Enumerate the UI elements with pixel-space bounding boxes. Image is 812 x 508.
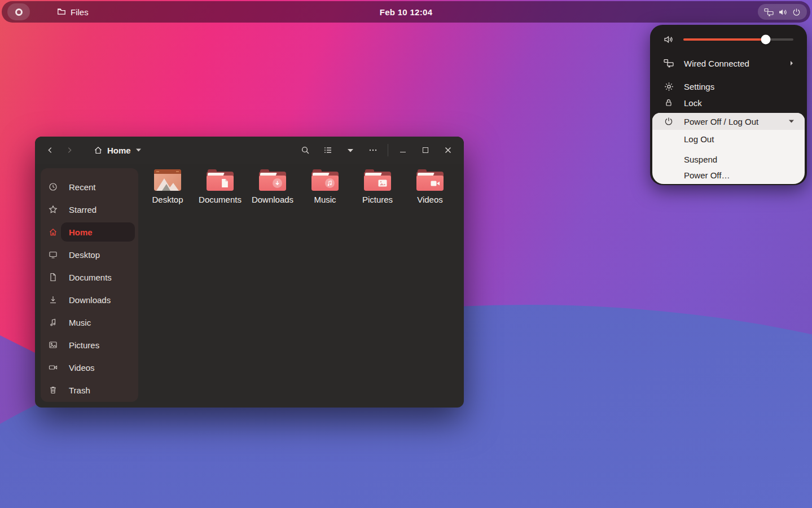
submenu-item-label: Power Off…: [684, 170, 730, 180]
video-emblem-icon: [430, 178, 440, 188]
sidebar-item-music[interactable]: Music: [41, 311, 138, 334]
menu-item-label: Lock: [684, 98, 702, 108]
volume-icon: [778, 8, 788, 16]
music-note-icon: [49, 318, 58, 327]
sidebar-item-label: Desktop: [69, 250, 100, 260]
maximize-button[interactable]: [414, 141, 437, 160]
lock-icon: [664, 98, 674, 107]
location-dropdown[interactable]: Home: [94, 146, 142, 155]
headerbar-separator: [388, 144, 388, 156]
image-icon: [49, 340, 58, 349]
menu-item-wired[interactable]: Wired Connected: [650, 55, 807, 71]
sidebar-item-starred[interactable]: Starred: [41, 198, 138, 221]
sidebar-item-desktop[interactable]: Desktop: [41, 243, 138, 266]
chevron-down-icon: [135, 148, 142, 152]
sidebar-item-home[interactable]: Home: [41, 221, 138, 243]
desktop-icon-dot: [156, 171, 159, 172]
files-window: Home: [35, 137, 464, 408]
desktop-icon-dot: [176, 171, 179, 172]
location-label: Home: [107, 146, 131, 155]
menu-item-settings[interactable]: Settings: [650, 78, 807, 94]
submenu-item-log-out[interactable]: Log Out: [652, 131, 805, 147]
sidebar-item-label: Home: [69, 227, 93, 237]
sidebar-item-trash[interactable]: Trash: [41, 379, 138, 401]
app-menu-label: Files: [71, 7, 89, 17]
folder-item-documents[interactable]: Documents: [194, 169, 246, 204]
desktop-icon-screen: [154, 174, 181, 191]
speaker-icon: [664, 35, 674, 44]
folder-item-videos[interactable]: Videos: [404, 169, 456, 204]
system-tray[interactable]: [758, 4, 807, 20]
folder-label: Videos: [417, 195, 443, 204]
headerbar: Home: [35, 137, 464, 164]
power-icon: [792, 8, 801, 16]
folder-item-downloads[interactable]: Downloads: [247, 169, 299, 204]
headerbar-actions: [294, 141, 459, 160]
trash-icon: [49, 386, 58, 395]
folder-grid: Desktop Documents: [142, 169, 456, 204]
documents-folder-icon: [207, 169, 234, 191]
close-button[interactable]: [437, 141, 459, 160]
sidebar-item-videos[interactable]: Videos: [41, 356, 138, 379]
document-emblem-icon: [220, 178, 230, 188]
sidebar-item-downloads[interactable]: Downloads: [41, 288, 138, 311]
workspace-dot-icon: [15, 8, 23, 16]
system-menu: Wired Connected Settings Lock Power Of: [650, 25, 807, 185]
sidebar-item-pictures[interactable]: Pictures: [41, 334, 138, 356]
volume-slider-knob[interactable]: [761, 35, 771, 45]
power-icon: [664, 117, 674, 126]
view-options-button[interactable]: [339, 141, 362, 160]
main-menu-button[interactable]: [362, 141, 384, 160]
app-menu-files[interactable]: Files: [57, 7, 89, 17]
power-submenu-panel: Power Off / Log Out Log Out Suspend Powe…: [652, 113, 805, 184]
network-wired-icon: [664, 59, 674, 68]
forward-button[interactable]: [60, 141, 79, 160]
folder-item-music[interactable]: Music: [299, 169, 351, 204]
submenu-item-label: Suspend: [684, 155, 717, 164]
back-button[interactable]: [41, 141, 60, 160]
folder-item-pictures[interactable]: Pictures: [352, 169, 403, 204]
top-bar: Files Feb 10 12:04: [2, 1, 810, 23]
network-wired-icon: [764, 8, 774, 16]
sidebar-item-label: Pictures: [69, 340, 99, 350]
downloads-folder-icon: [259, 169, 286, 191]
sidebar-item-label: Downloads: [69, 295, 111, 305]
list-view-button[interactable]: [317, 141, 339, 160]
volume-slider[interactable]: [683, 38, 793, 41]
sidebar-item-label: Starred: [69, 205, 96, 214]
sidebar-item-label: Trash: [69, 386, 90, 395]
sidebar-item-label: Videos: [69, 363, 95, 373]
menu-item-label: Settings: [684, 82, 714, 91]
folder-label: Downloads: [252, 195, 293, 204]
sidebar: Recent Starred Home Desktop: [41, 168, 138, 402]
download-icon: [49, 295, 58, 304]
sidebar-item-label: Music: [69, 318, 91, 327]
chevron-right-icon: [789, 60, 795, 66]
folder-item-desktop[interactable]: Desktop: [142, 169, 194, 204]
chevron-down-icon: [788, 119, 795, 124]
picture-emblem-icon: [378, 178, 387, 188]
desktop-icon-titlebar: [154, 169, 181, 174]
minimize-icon: [400, 152, 406, 153]
folder-label: Music: [314, 195, 336, 204]
menu-item-power-off-log-out[interactable]: Power Off / Log Out: [652, 113, 805, 130]
volume-slider-fill: [683, 38, 766, 41]
search-button[interactable]: [294, 141, 317, 160]
sidebar-item-recent[interactable]: Recent: [41, 176, 138, 198]
pictures-folder-icon: [364, 169, 391, 191]
clock[interactable]: Feb 10 12:04: [380, 7, 433, 17]
music-folder-icon: [311, 169, 339, 191]
minimize-button[interactable]: [392, 141, 414, 160]
submenu-item-suspend[interactable]: Suspend: [652, 151, 805, 167]
sidebar-item-documents[interactable]: Documents: [41, 266, 138, 288]
maximize-icon: [423, 147, 428, 153]
document-icon: [49, 273, 58, 282]
home-icon: [49, 227, 58, 237]
menu-item-lock[interactable]: Lock: [650, 95, 807, 111]
submenu-item-power-off[interactable]: Power Off…: [652, 167, 805, 183]
folder-label: Pictures: [362, 195, 393, 204]
monitor-icon: [49, 250, 58, 259]
video-camera-icon: [49, 363, 58, 372]
activities-indicator[interactable]: [7, 3, 30, 20]
clock-icon: [49, 182, 58, 191]
